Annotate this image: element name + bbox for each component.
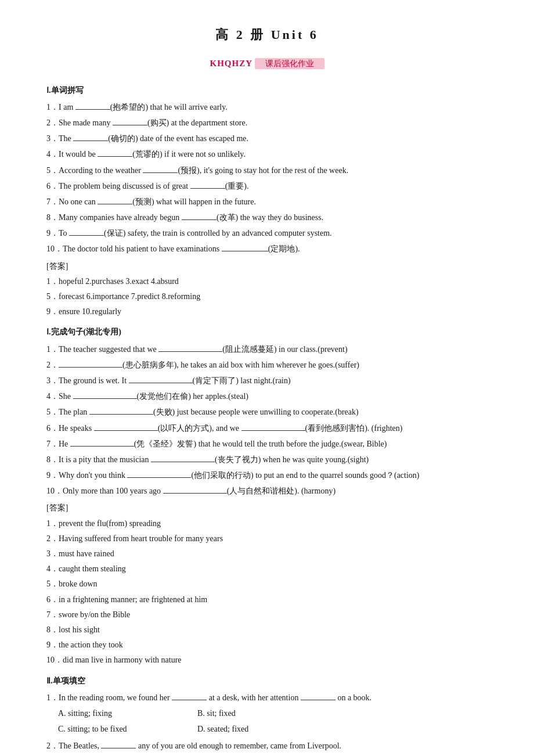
q2-4: 4．She (发觉他们在偷) her apples.(steal) xyxy=(46,389,488,404)
q2-8: 8．It is a pity that the musician (丧失了视力)… xyxy=(46,452,488,467)
ans2-line3: 3．must have rained xyxy=(46,546,488,561)
section2-answers: [答案] 1．prevent the flu(from) spreading 2… xyxy=(46,501,488,667)
section1-questions: 1．I am (抱希望的) that he will arrive early.… xyxy=(46,100,488,257)
q1-5: 5．According to the weather (预报), it's go… xyxy=(46,163,488,178)
ans1-line2: 5．forecast 6.importance 7.predict 8.refo… xyxy=(46,289,488,304)
q3-1-optB: B. sit; fixed xyxy=(197,706,313,721)
section3-questions: 1．In the reading room, we found her at a… xyxy=(46,690,488,756)
answer-label-1: [答案] xyxy=(46,259,488,273)
ans1-line3: 9．ensure 10.regularly xyxy=(46,304,488,319)
ans2-line1: 1．prevent the flu(from) spreading xyxy=(46,516,488,531)
page-container: 高 2 册 Unit 6 KHQHZY 课后强化作业 Ⅰ.单词拼写 1．I am… xyxy=(46,23,488,756)
section3-title: Ⅱ.单项填空 xyxy=(46,674,488,688)
ans2-line9: 9．the action they took xyxy=(46,638,488,652)
ans2-line6: 6．in a frightening manner; are frightene… xyxy=(46,592,488,607)
ans1-line1: 1．hopeful 2.purchases 3.exact 4.absurd xyxy=(46,274,488,289)
q1-10: 10．The doctor told his patient to have e… xyxy=(46,242,488,256)
q1-9: 9．To (保证) safety, the train is controlle… xyxy=(46,226,488,240)
section3: Ⅱ.单项填空 1．In the reading room, we found h… xyxy=(46,674,488,756)
q3-1-optC: C. sitting; to be fixed xyxy=(58,722,174,736)
ans2-line2: 2．Having suffered from heart trouble for… xyxy=(46,531,488,546)
ans2-line7: 7．swore by/on the Bible xyxy=(46,607,488,622)
q3-1-stem: 1．In the reading room, we found her at a… xyxy=(46,690,488,705)
section2: Ⅰ.完成句子(湖北专用) 1．The teacher suggested tha… xyxy=(46,325,488,667)
q3-2: 2．The Beatles, any of you are old enough… xyxy=(46,739,488,756)
course-label: 课后强化作业 xyxy=(255,58,324,69)
q3-1-optA: A. sitting; fixing xyxy=(58,706,174,721)
section1-title: Ⅰ.单词拼写 xyxy=(46,83,488,98)
section2-questions: 1．The teacher suggested that we (阻止流感蔓延)… xyxy=(46,342,488,499)
q3-1-options2: C. sitting; to be fixed D. seated; fixed xyxy=(58,722,488,736)
q2-6: 6．He speaks (以吓人的方式), and we (看到他感到害怕). … xyxy=(46,421,488,435)
subtitle-bar: KHQHZY 课后强化作业 xyxy=(46,56,488,71)
q1-1: 1．I am (抱希望的) that he will arrive early. xyxy=(46,100,488,114)
ans2-line4: 4．caught them stealing xyxy=(46,561,488,576)
q1-8: 8．Many companies have already begun (改革)… xyxy=(46,210,488,225)
page-title: 高 2 册 Unit 6 xyxy=(46,23,488,46)
q1-6: 6．The problem being discussed is of grea… xyxy=(46,179,488,193)
q2-9: 9．Why don't you think (他们采取的行动) to put a… xyxy=(46,468,488,483)
answer-label-2: [答案] xyxy=(46,501,488,515)
q2-7: 7．He (凭《圣经》发誓) that he would tell the tr… xyxy=(46,437,488,451)
q2-2: 2．(患心脏病多年), he takes an aid box with him… xyxy=(46,358,488,372)
q1-2: 2．She made many (购买) at the department s… xyxy=(46,116,488,130)
brand-text: KHQHZY xyxy=(210,59,252,68)
ans2-line5: 5．broke down xyxy=(46,577,488,591)
section1-answers: [答案] 1．hopeful 2.purchases 3.exact 4.abs… xyxy=(46,259,488,319)
section1: Ⅰ.单词拼写 1．I am (抱希望的) that he will arrive… xyxy=(46,83,488,319)
section2-title: Ⅰ.完成句子(湖北专用) xyxy=(46,325,488,339)
q1-3: 3．The (确切的) date of the event has escape… xyxy=(46,131,488,146)
q2-3: 3．The ground is wet. It (肯定下雨了) last nig… xyxy=(46,373,488,388)
ans2-line10: 10．did man live in harmony with nature xyxy=(46,653,488,667)
q2-5: 5．The plan (失败) just because people were… xyxy=(46,405,488,419)
ans2-line8: 8．lost his sight xyxy=(46,622,488,637)
q1-4: 4．It would be (荒谬的) if it were not so un… xyxy=(46,147,488,161)
q3-1-options: A. sitting; fixing B. sit; fixed xyxy=(58,706,488,721)
q3-2-stem: 2．The Beatles, any of you are old enough… xyxy=(46,739,488,753)
q2-10: 10．Only more than 100 years ago (人与自然和谐相… xyxy=(46,484,488,498)
q1-7: 7．No one can (预测) what will happen in th… xyxy=(46,195,488,209)
q3-1: 1．In the reading room, we found her at a… xyxy=(46,690,488,737)
q2-1: 1．The teacher suggested that we (阻止流感蔓延)… xyxy=(46,342,488,357)
q3-1-optD: D. seated; fixed xyxy=(197,722,313,736)
